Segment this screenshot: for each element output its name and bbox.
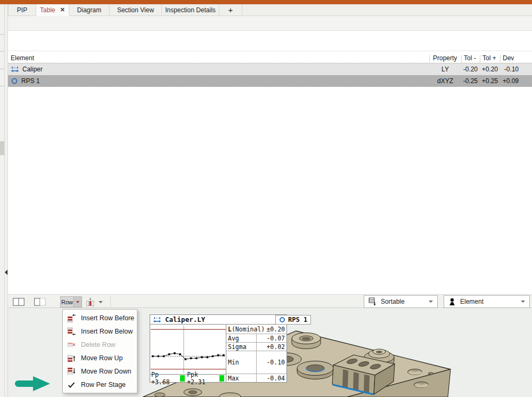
rps-point-icon bbox=[11, 77, 18, 85]
stat-row-max: Max -0.04 bbox=[226, 374, 287, 382]
column-header-element: Element bbox=[11, 54, 34, 62]
rail-tick bbox=[0, 86, 4, 86]
tab-diagram[interactable]: Diagram bbox=[69, 4, 110, 15]
collapse-panel-arrow-icon[interactable] bbox=[5, 270, 7, 275]
pp-value: Pp +3.68 bbox=[151, 371, 179, 386]
menu-item-label: Row Per Stage bbox=[81, 381, 126, 388]
row-context-menu: Insert Row Before Insert Row Below Delet… bbox=[62, 309, 137, 393]
optional-column-icon[interactable] bbox=[34, 298, 46, 306]
column-separator bbox=[461, 55, 462, 62]
ppk-value: Ppk +2.31 bbox=[187, 371, 219, 386]
rail-scroll-thumb[interactable] bbox=[0, 141, 4, 155]
stage-column-button[interactable] bbox=[86, 296, 103, 307]
ppk-status-indicator bbox=[219, 375, 224, 382]
row-button-dropdown[interactable] bbox=[73, 297, 81, 307]
pointer-arrow bbox=[14, 373, 52, 394]
menu-item-insert-row-before[interactable]: Insert Row Before bbox=[63, 311, 137, 325]
stat-label-rest: (Nominal) bbox=[232, 326, 265, 333]
popup-title: Caliper.LY bbox=[165, 315, 205, 323]
menu-item-move-row-down[interactable]: Move Row Down bbox=[63, 364, 137, 378]
cell-dev: +0.09 bbox=[500, 77, 519, 85]
stat-value: -0.04 bbox=[257, 375, 287, 382]
cell-property: dXYZ bbox=[429, 77, 461, 85]
element-dropdown[interactable]: Element bbox=[444, 295, 530, 308]
statistics-popup: Caliper.LY Pp +3.68 Ppk +2.31 L(Nominal)… bbox=[150, 314, 287, 383]
sortable-dropdown[interactable]: Sortable bbox=[364, 295, 438, 308]
table-row-caliper[interactable]: Caliper LY -0.20 +0.20 -0.10 bbox=[0, 63, 532, 75]
stat-label: Avg bbox=[226, 334, 257, 342]
pp-status-indicator bbox=[180, 375, 185, 382]
tab-label: Table bbox=[40, 6, 55, 14]
column-separator bbox=[429, 55, 430, 62]
element-icon bbox=[448, 298, 456, 306]
rail-tick bbox=[0, 51, 4, 52]
plus-icon: + bbox=[228, 5, 233, 14]
sortable-icon bbox=[369, 297, 377, 306]
move-row-down-icon bbox=[67, 367, 76, 376]
column-separator bbox=[500, 55, 501, 62]
delete-row-icon bbox=[67, 341, 76, 349]
stat-value: -0.10 bbox=[257, 359, 287, 366]
tab-section-view[interactable]: Section View bbox=[110, 4, 162, 15]
rps-label-text: RPS 1 bbox=[288, 316, 307, 323]
row-menu-button[interactable]: Row bbox=[60, 296, 82, 307]
tab-label: Inspection Details bbox=[165, 6, 216, 14]
row-label: RPS 1 bbox=[21, 77, 40, 85]
rps-point-icon bbox=[279, 317, 285, 323]
row-button-label: Row bbox=[61, 297, 73, 307]
tab-inspection-details[interactable]: Inspection Details bbox=[162, 4, 219, 15]
table-header: Element Property Tol - Tol + Dev bbox=[0, 54, 532, 63]
two-columns-icon[interactable] bbox=[13, 298, 24, 306]
close-tab-icon[interactable]: ✕ bbox=[60, 6, 65, 13]
menu-item-delete-row[interactable]: Delete Row bbox=[63, 338, 137, 351]
tab-label: Diagram bbox=[77, 6, 101, 14]
application-window: PIP Table ✕ Diagram Section View Inspect… bbox=[0, 0, 532, 397]
tab-label: PIP bbox=[17, 6, 27, 14]
column-header-tol-minus: Tol - bbox=[464, 54, 476, 62]
statistics-values-panel: L(Nominal) ±0.20 Avg -0.07 Sigma +0.02 M… bbox=[226, 325, 287, 382]
menu-item-label: Insert Row Below bbox=[81, 328, 133, 335]
tab-table[interactable]: Table ✕ bbox=[36, 4, 69, 15]
left-panel-rail bbox=[0, 4, 8, 397]
sortable-dropdown-value: Sortable bbox=[381, 298, 424, 305]
menu-item-insert-row-below[interactable]: Insert Row Below bbox=[63, 325, 137, 338]
toolbar-separator bbox=[110, 297, 111, 307]
window-accent-bar bbox=[0, 0, 532, 4]
stat-label: Sigma bbox=[226, 343, 257, 351]
caliper-icon bbox=[11, 66, 19, 72]
insert-row-before-icon bbox=[67, 314, 76, 322]
cell-tol-minus: -0.25 bbox=[461, 77, 478, 85]
element-table: Element Property Tol - Tol + Dev Caliper… bbox=[0, 51, 532, 294]
tab-label: Section View bbox=[117, 6, 154, 14]
menu-item-label: Move Row Down bbox=[81, 368, 131, 375]
insert-row-below-icon bbox=[67, 327, 76, 336]
rps1-annotation-label: RPS 1 bbox=[275, 315, 311, 325]
row-label: Caliper bbox=[22, 66, 43, 73]
trend-chart-panel: Pp +3.68 Ppk +2.31 bbox=[150, 325, 226, 382]
menu-item-row-per-stage[interactable]: Row Per Stage bbox=[63, 378, 137, 391]
stat-value: +0.02 bbox=[257, 343, 287, 351]
stat-row-sigma: Sigma +0.02 bbox=[226, 343, 287, 351]
rail-tick bbox=[0, 69, 4, 69]
stat-row-min: Min -0.10 bbox=[226, 351, 287, 374]
column-header-tol-plus: Tol + bbox=[482, 54, 496, 62]
element-dropdown-value: Element bbox=[460, 298, 517, 305]
capability-row: Pp +3.68 Ppk +2.31 bbox=[150, 374, 226, 382]
stage-column-icon bbox=[86, 297, 95, 306]
stat-label: Max bbox=[226, 374, 257, 382]
name-row: Name ✕ bbox=[0, 31, 532, 51]
statistics-popup-header: Caliper.LY bbox=[150, 315, 287, 325]
table-row-rps1[interactable]: RPS 1 dXYZ -0.25 +0.25 +0.09 bbox=[0, 75, 532, 87]
menu-item-move-row-up[interactable]: Move Row Up bbox=[63, 351, 137, 364]
cell-tol-minus: -0.20 bbox=[461, 66, 478, 73]
new-tab-button[interactable]: + bbox=[219, 4, 242, 15]
chevron-down-icon bbox=[99, 301, 103, 303]
tab-pip[interactable]: PIP bbox=[8, 4, 36, 15]
stat-label: L(Nominal) bbox=[226, 325, 265, 334]
table-footer-toolbar: Row Sortable bbox=[0, 294, 532, 308]
column-separator bbox=[480, 55, 480, 62]
chevron-down-icon bbox=[521, 301, 525, 303]
chevron-down-icon bbox=[76, 301, 79, 303]
tab-bar: PIP Table ✕ Diagram Section View Inspect… bbox=[0, 4, 532, 16]
move-row-up-icon bbox=[67, 354, 76, 362]
